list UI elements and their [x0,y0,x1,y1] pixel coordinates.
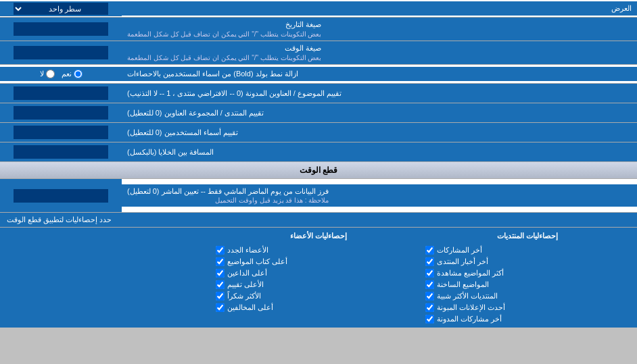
checkbox-col1-4[interactable] [425,292,434,301]
users-trim-input[interactable]: 0 [14,126,108,139]
checkbox-item: أكثر المواضيع مشاهدة [425,269,630,278]
col1-title: إحصاءليات المنتديات [425,232,630,240]
checkbox-item: أعلى المخالفين [216,303,421,312]
remove-bold-row: ازالة نمط بولد (Bold) من اسماء المستخدمي… [0,65,637,84]
checkbox-col2-4[interactable] [216,292,225,301]
checkbox-col2-1[interactable] [216,257,225,266]
date-format-label: صيغة التاريخ بعض التكوينات يتطلب "/" الت… [122,18,637,41]
checkbox-col2-2[interactable] [216,269,225,278]
display-label: العرض [122,1,637,16]
remove-bold-options: نعم لا [0,67,122,81]
time-format-input-container: H:i [0,41,122,64]
checkbox-col1-5[interactable] [425,303,434,312]
remove-bold-no[interactable]: لا [40,70,55,78]
users-trim-label: تقييم أسماء المستخدمين (0 للتعطيل) [122,123,637,142]
checkbox-col1-3[interactable] [425,280,434,289]
topic-order-input[interactable]: 33 [14,86,108,100]
checkbox-col1-0[interactable] [425,246,434,255]
gap-input-container: 2 [0,142,122,161]
checkbox-col1-1[interactable] [425,257,434,266]
checkbox-col-forums: إحصاءليات المنتديات أخر المشاركات أخر أخ… [425,232,630,323]
limit-label: فرز البيانات من يوم الماضر الماشي فقط --… [122,184,637,207]
checkbox-col1-6[interactable] [425,315,434,323]
checkbox-item: أحدث الإعلانات المبونة [425,303,630,312]
display-row: العرض سطر واحد [0,0,637,18]
checkbox-item: أخر المشاركات [425,246,630,255]
checkbox-item: أخر أخبار المنتدى [425,257,630,266]
gap-input[interactable]: 2 [14,145,108,159]
topic-order-input-container: 33 [0,84,122,103]
date-format-input[interactable]: d-m [14,22,108,36]
checkbox-item: الأعضاء الجدد [216,246,421,255]
checkbox-item: المواضيع الساخنة [425,280,630,289]
checkbox-col2-5[interactable] [216,303,225,312]
time-format-label: صيغة الوقت بعض التكوينات يتطلب "/" التي … [122,41,637,64]
apply-label: حدد إحصاءليات لتطبيق قطع الوقت [7,215,112,224]
users-trim-row: تقييم أسماء المستخدمين (0 للتعطيل) 0 [0,123,637,142]
remove-bold-label: ازالة نمط بولد (Bold) من اسماء المستخدمي… [122,67,637,81]
topic-order-row: تقييم الموضوع / العناوين المدونة (0 -- ا… [0,84,637,103]
limit-input[interactable]: 0 [14,189,108,203]
checkbox-col-members: إحصاءليات الأعضاء الأعضاء الجدد أعلى كتا… [216,232,421,323]
gap-row: المسافة بين الخلايا (بالبكسل) 2 [0,142,637,162]
gap-label: المسافة بين الخلايا (بالبكسل) [122,142,637,161]
checkbox-item: الأعلى تقييم [216,280,421,289]
checkbox-col-empty [7,232,212,323]
apply-section: حدد إحصاءليات لتطبيق قطع الوقت [0,213,637,228]
forum-order-input-container: 33 [0,103,122,122]
checkbox-col2-3[interactable] [216,280,225,289]
checkbox-item: الأكثر شكراً [216,292,421,301]
time-format-input[interactable]: H:i [14,46,108,59]
forum-order-input[interactable]: 33 [14,106,108,120]
checkbox-col2-0[interactable] [216,246,225,255]
date-format-input-container: d-m [0,18,122,41]
date-format-row: صيغة التاريخ بعض التكوينات يتطلب "/" الت… [0,18,637,41]
topic-order-label: تقييم الموضوع / العناوين المدونة (0 -- ا… [122,84,637,103]
checkbox-item: أخر مشاركات المدونة [425,315,630,323]
checkbox-item: المنتديات الأكثر شبية [425,292,630,301]
display-select[interactable]: سطر واحد [14,3,108,15]
limit-row: فرز البيانات من يوم الماضر الماشي فقط --… [0,179,637,213]
display-select-container: سطر واحد [0,1,122,16]
checkbox-item: أعلى الداعين [216,269,421,278]
checkboxes-container: إحصاءليات المنتديات أخر المشاركات أخر أخ… [0,228,637,328]
time-format-row: صيغة الوقت بعض التكوينات يتطلب "/" التي … [0,41,637,65]
limit-input-container: 0 [0,179,122,212]
forum-order-row: تقييم المنتدى / المجموعة العناوين (0 للت… [0,103,637,123]
users-trim-input-container: 0 [0,123,122,142]
snapshot-section-header: قطع الوقت [0,162,637,179]
forum-order-label: تقييم المنتدى / المجموعة العناوين (0 للت… [122,103,637,122]
remove-bold-yes[interactable]: نعم [62,70,82,78]
col2-title: إحصاءليات الأعضاء [216,232,421,240]
checkbox-col1-2[interactable] [425,269,434,278]
checkbox-item: أعلى كتاب المواضيع [216,257,421,266]
